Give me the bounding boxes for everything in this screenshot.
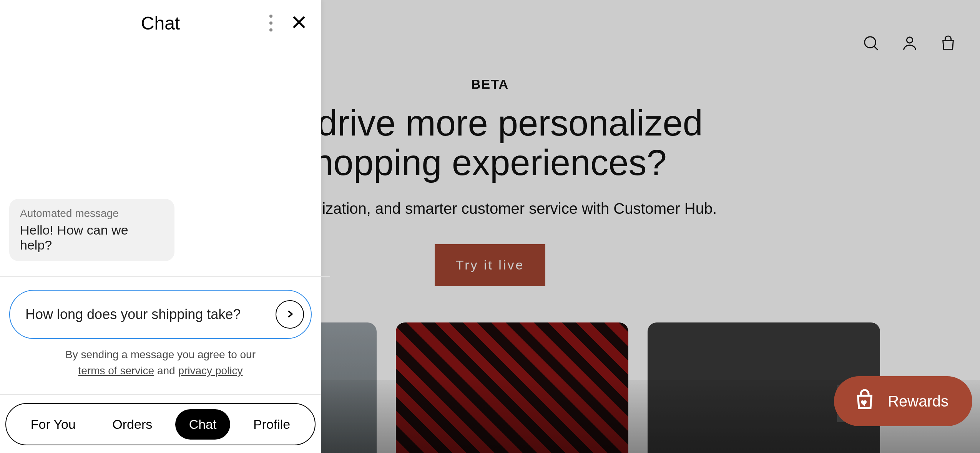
chat-header: Chat [0,0,321,46]
rewards-button[interactable]: Rewards [834,376,972,426]
send-button[interactable] [276,300,304,329]
chevron-right-icon [284,309,295,321]
legal-text: By sending a message you agree to our te… [9,339,312,390]
legal-and: and [154,365,178,377]
automated-message-label: Automated message [20,207,164,220]
rewards-label: Rewards [888,393,948,410]
chat-title: Chat [141,13,180,34]
tab-for-you[interactable]: For You [17,409,90,440]
automated-message: Automated message Hello! How can we help… [9,199,174,261]
chat-body: Automated message Hello! How can we help… [0,46,321,276]
divider [0,394,321,395]
terms-link[interactable]: terms of service [78,365,154,377]
privacy-link[interactable]: privacy policy [178,365,243,377]
tab-chat[interactable]: Chat [175,409,231,440]
chat-tabbar: For You Orders Chat Profile [5,403,316,445]
bag-heart-icon [853,388,876,415]
chat-panel: Chat Automated message Hello! How can we… [0,0,321,453]
tab-orders[interactable]: Orders [98,409,166,440]
automated-message-text: Hello! How can we help? [20,223,164,253]
chat-input-pill [9,290,312,339]
legal-prefix: By sending a message you agree to our [65,349,256,360]
chat-input[interactable] [25,306,276,322]
more-options-icon[interactable] [269,15,272,31]
chat-input-area: By sending a message you agree to our te… [0,277,321,394]
tab-profile[interactable]: Profile [239,409,304,440]
close-icon[interactable] [291,14,307,32]
